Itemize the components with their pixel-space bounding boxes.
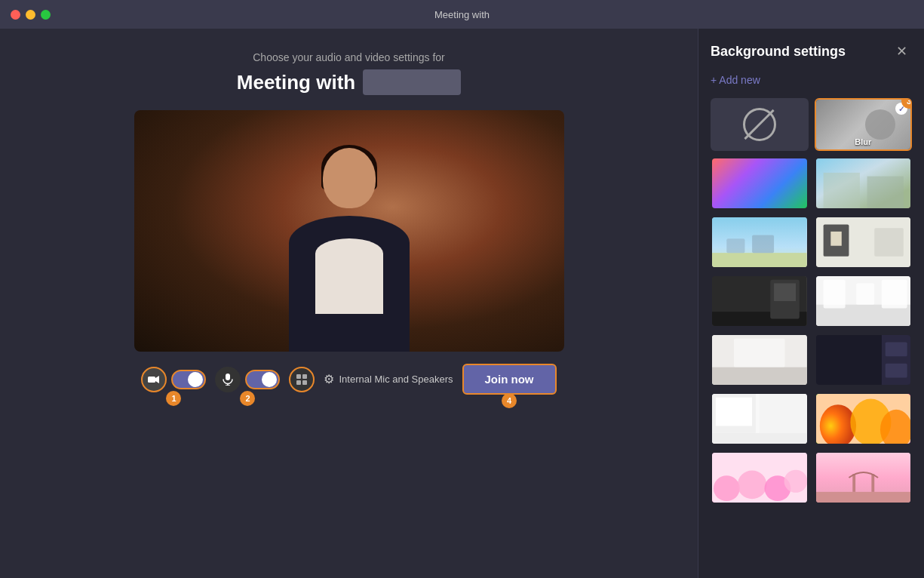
close-window-button[interactable]	[11, 10, 20, 20]
background-office[interactable]	[815, 157, 913, 210]
background-office-inner	[816, 158, 911, 208]
svg-rect-28	[881, 280, 907, 309]
background-blur[interactable]: 3 Blur ✓	[815, 98, 913, 151]
svg-rect-8	[302, 380, 307, 385]
svg-rect-54	[871, 474, 874, 492]
svg-rect-10	[823, 173, 859, 208]
svg-rect-11	[867, 177, 903, 208]
background-settings-title: Background settings	[711, 44, 846, 60]
svg-rect-18	[830, 232, 841, 246]
svg-rect-0	[148, 377, 155, 383]
left-panel: Choose your audio and video settings for…	[0, 29, 698, 578]
svg-point-47	[714, 475, 740, 501]
audio-label: Internal Mic and Speakers	[339, 374, 453, 385]
background-blur-inner: Blur ✓	[816, 100, 911, 149]
badge-2: 2	[240, 391, 255, 406]
mic-icon	[215, 367, 241, 392]
mic-toggle-knob	[262, 372, 277, 387]
camera-button[interactable]	[141, 367, 167, 392]
background-balloons-inner	[816, 394, 911, 444]
camera-toggle[interactable]	[171, 370, 206, 389]
gear-icon[interactable]: ⚙	[324, 372, 334, 386]
controls-bar: 1 2	[141, 364, 556, 395]
svg-rect-27	[856, 283, 874, 304]
video-background	[134, 110, 564, 352]
settings-subtitle: Choose your audio and video settings for	[253, 51, 445, 63]
background-pink-balloons-inner	[712, 453, 807, 503]
svg-rect-7	[296, 380, 301, 385]
person-shirt	[315, 238, 383, 314]
close-background-settings-button[interactable]: ✕	[891, 41, 912, 62]
svg-rect-53	[852, 474, 855, 492]
background-outdoor-inner	[712, 217, 807, 267]
titlebar: Meeting with	[0, 0, 924, 29]
video-preview	[134, 110, 564, 352]
background-colorful[interactable]	[711, 157, 809, 210]
background-bedroom[interactable]	[711, 334, 809, 386]
svg-point-50	[784, 470, 807, 493]
background-white-room[interactable]	[711, 392, 809, 445]
background-modern[interactable]	[815, 334, 913, 386]
minimize-window-button[interactable]	[26, 10, 35, 20]
background-none-inner	[712, 100, 807, 149]
background-white-room-inner	[712, 394, 807, 444]
background-bright-room[interactable]	[815, 275, 913, 327]
background-settings-header: Background settings ✕	[711, 41, 912, 62]
background-dark-room[interactable]	[711, 275, 809, 327]
join-now-button[interactable]: Join now	[462, 364, 557, 395]
background-bedroom-inner	[712, 335, 807, 385]
meeting-title: Meeting with	[237, 71, 355, 94]
svg-rect-23	[774, 283, 796, 301]
svg-rect-26	[823, 280, 845, 309]
background-modern-inner	[816, 335, 911, 385]
window-title: Meeting with	[434, 9, 490, 20]
svg-rect-30	[712, 367, 807, 385]
background-pink-balloons[interactable]	[711, 451, 809, 504]
svg-rect-2	[226, 374, 230, 380]
window-controls[interactable]	[11, 10, 51, 20]
background-dark-room-inner	[712, 276, 807, 326]
person-figure	[266, 140, 432, 352]
svg-rect-15	[752, 235, 774, 254]
maximize-window-button[interactable]	[41, 10, 51, 20]
effects-group	[289, 367, 315, 392]
add-new-background-button[interactable]: + Add new	[711, 74, 912, 86]
background-balloons[interactable]	[815, 392, 913, 445]
background-bridge-inner	[816, 453, 911, 503]
svg-point-48	[738, 471, 767, 500]
camera-group: 1	[141, 367, 206, 392]
svg-rect-35	[885, 342, 907, 356]
background-colorful-inner	[712, 158, 807, 208]
effects-button[interactable]	[289, 367, 315, 392]
background-outdoor[interactable]	[711, 216, 809, 269]
no-background-icon	[743, 108, 776, 141]
right-panel: Background settings ✕ + Add new 3 Blur ✓	[698, 29, 924, 578]
mic-toggle[interactable]	[245, 370, 280, 389]
audio-settings: ⚙ Internal Mic and Speakers	[324, 372, 453, 386]
camera-toggle-knob	[188, 372, 203, 387]
badge-1: 1	[166, 391, 181, 406]
join-button-wrapper: Join now 4	[462, 364, 557, 395]
meeting-title-row: Meeting with	[237, 69, 461, 95]
svg-marker-1	[155, 376, 159, 383]
main-content: Choose your audio and video settings for…	[0, 29, 924, 578]
svg-rect-19	[874, 228, 904, 257]
svg-rect-41	[760, 394, 807, 433]
background-grid: 3 Blur ✓	[711, 98, 912, 504]
svg-rect-36	[885, 364, 907, 378]
svg-rect-40	[716, 398, 752, 426]
background-bridge[interactable]	[815, 451, 913, 504]
svg-rect-6	[302, 374, 307, 379]
svg-rect-38	[712, 433, 807, 444]
svg-rect-52	[816, 492, 911, 503]
background-none[interactable]	[711, 98, 809, 151]
background-interior1-inner	[816, 217, 911, 267]
background-interior1[interactable]	[815, 216, 913, 269]
blur-circle	[865, 109, 895, 140]
mic-group: 2	[215, 367, 280, 392]
svg-rect-13	[712, 253, 807, 267]
background-bright-room-inner	[816, 276, 911, 326]
svg-rect-32	[734, 339, 785, 367]
person-head	[323, 148, 376, 208]
badge-4: 4	[502, 393, 517, 408]
